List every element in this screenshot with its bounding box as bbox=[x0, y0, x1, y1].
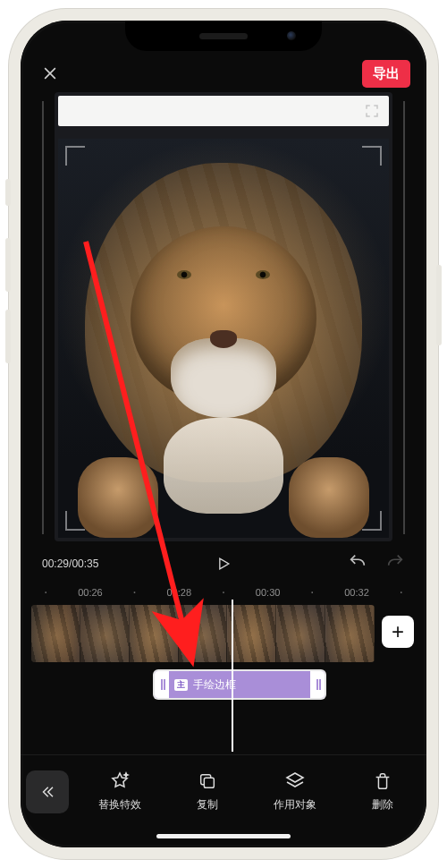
side-button bbox=[5, 310, 11, 363]
effect-name: 手绘边框 bbox=[193, 677, 236, 693]
phone-frame: 导出 bbox=[9, 9, 438, 859]
video-track[interactable] bbox=[31, 605, 375, 662]
tool-delete[interactable]: 删除 bbox=[372, 770, 393, 813]
ruler-tick: 00:28 bbox=[167, 587, 192, 598]
home-indicator[interactable] bbox=[156, 834, 291, 838]
time-display: 00:29/00:35 bbox=[42, 557, 98, 570]
clip-thumbnail bbox=[31, 605, 80, 662]
svg-rect-0 bbox=[204, 778, 214, 787]
ruler-dot: · bbox=[222, 590, 225, 595]
clip-handle-right[interactable] bbox=[310, 671, 325, 698]
close-button[interactable] bbox=[40, 64, 60, 83]
tool-label: 替换特效 bbox=[98, 797, 141, 813]
tool-target[interactable]: 作用对象 bbox=[274, 770, 316, 813]
playhead[interactable] bbox=[232, 600, 233, 752]
side-button bbox=[5, 179, 11, 206]
timeline[interactable]: + 主 手绘边框 bbox=[21, 601, 426, 703]
star-sparkle-icon bbox=[109, 770, 131, 792]
play-button[interactable] bbox=[214, 554, 233, 574]
add-clip-button[interactable]: + bbox=[382, 616, 414, 648]
clip-thumbnail bbox=[227, 605, 276, 662]
effect-track[interactable]: 主 手绘边框 bbox=[21, 668, 426, 703]
ruler-tick: 00:26 bbox=[78, 587, 103, 598]
copy-icon bbox=[197, 770, 218, 792]
expand-icon[interactable] bbox=[364, 103, 380, 119]
trash-icon bbox=[372, 770, 393, 792]
layers-icon bbox=[284, 770, 306, 792]
clip-handle-left[interactable] bbox=[155, 671, 169, 698]
ruler-dot: · bbox=[44, 590, 47, 595]
effect-badge-icon: 主 bbox=[174, 679, 188, 691]
device-notch bbox=[125, 21, 322, 51]
tool-label: 复制 bbox=[197, 797, 218, 813]
undo-button[interactable] bbox=[348, 552, 367, 574]
side-button bbox=[436, 265, 442, 345]
current-time: 00:29 bbox=[42, 557, 69, 570]
export-button[interactable]: 导出 bbox=[362, 60, 410, 88]
video-preview[interactable] bbox=[55, 92, 392, 541]
timeline-ruler[interactable]: · 00:26 · 00:28 · 00:30 · 00:32 · bbox=[21, 580, 426, 601]
clip-thumbnail bbox=[179, 605, 228, 662]
effect-clip-selected[interactable]: 主 手绘边框 bbox=[155, 671, 325, 698]
ruler-tick: 00:32 bbox=[344, 587, 369, 598]
preview-placeholder-bar bbox=[58, 96, 389, 126]
tool-label: 作用对象 bbox=[274, 797, 316, 813]
preview-image bbox=[58, 139, 389, 538]
clip-thumbnail bbox=[276, 605, 325, 662]
clip-thumbnail bbox=[130, 605, 179, 662]
clip-thumbnail bbox=[80, 605, 130, 662]
back-button[interactable] bbox=[26, 770, 69, 813]
redo-button[interactable] bbox=[385, 552, 405, 574]
tool-replace-effect[interactable]: 替换特效 bbox=[98, 770, 141, 813]
left-gauge bbox=[42, 101, 44, 534]
ruler-dot: · bbox=[310, 590, 314, 595]
tool-label: 删除 bbox=[372, 797, 393, 813]
tool-copy[interactable]: 复制 bbox=[197, 770, 218, 813]
clip-thumbnail bbox=[325, 605, 375, 662]
right-gauge bbox=[403, 101, 405, 534]
ruler-tick: 00:30 bbox=[256, 587, 281, 598]
ruler-dot: · bbox=[132, 590, 136, 595]
ruler-dot: · bbox=[399, 590, 402, 595]
side-button bbox=[5, 238, 11, 292]
total-time: 00:35 bbox=[72, 557, 98, 570]
